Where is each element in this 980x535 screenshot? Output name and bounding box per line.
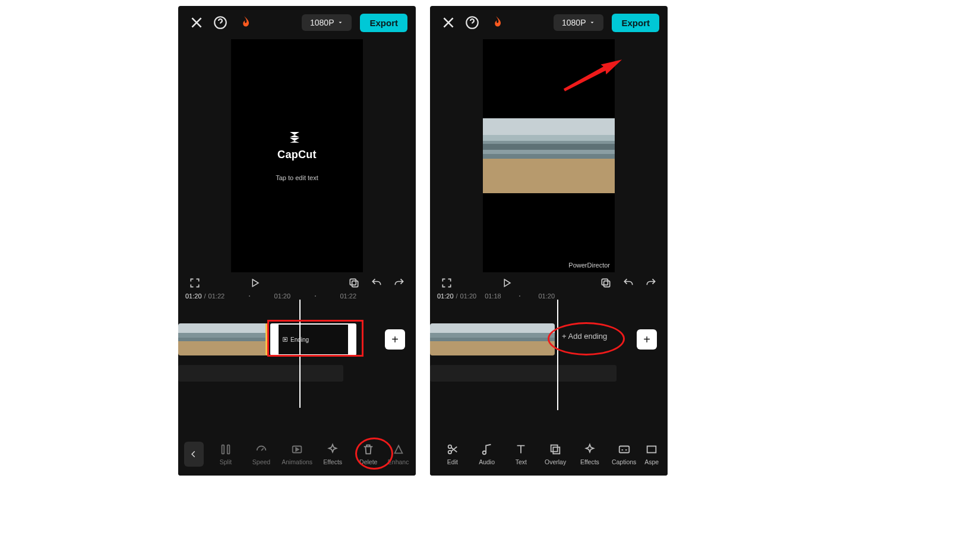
close-icon[interactable] [441, 15, 456, 30]
undo-icon[interactable] [371, 277, 382, 289]
timecode-current: 01:20 [185, 292, 202, 300]
transport-controls [430, 272, 668, 291]
svg-rect-4 [222, 445, 225, 454]
music-note-icon [480, 443, 494, 456]
tool-effects[interactable]: Effects [573, 443, 606, 465]
video-track[interactable]: + Add ending + [430, 323, 668, 355]
split-icon [219, 443, 232, 456]
svg-rect-9 [604, 281, 610, 287]
audio-track-placeholder[interactable] [430, 365, 617, 382]
tool-captions[interactable]: Captions [608, 443, 641, 465]
toolbar-back-button[interactable] [184, 442, 204, 467]
timeline[interactable]: Ending + [178, 302, 416, 415]
tool-text[interactable]: Text [505, 443, 538, 465]
timecode-total: 01:22 [208, 292, 225, 300]
tool-enhance[interactable]: Enhanc [387, 443, 410, 465]
tool-aspect[interactable]: Aspe [642, 443, 662, 465]
aspect-icon [645, 443, 658, 456]
fullscreen-icon[interactable] [441, 277, 453, 289]
capcut-logo: CapCut [277, 131, 317, 161]
play-button[interactable] [249, 278, 260, 288]
tool-animations[interactable]: Animations [280, 443, 314, 465]
tool-overlay[interactable]: Overlay [539, 443, 572, 465]
add-clip-button[interactable]: + [637, 329, 657, 350]
video-clip[interactable] [430, 323, 555, 355]
timecode-row: 01:20 / 01:20 01:18 01:20 [430, 291, 668, 302]
playhead[interactable] [299, 300, 301, 408]
add-ending-button[interactable]: + Add ending [562, 332, 607, 341]
undo-icon[interactable] [622, 277, 634, 289]
watermark-text: PowerDirector [568, 262, 610, 269]
timecode-tick: 01:20 [538, 292, 555, 300]
capcut-wordmark: CapCut [277, 149, 317, 160]
video-frame [483, 118, 615, 193]
export-button[interactable]: Export [360, 14, 407, 32]
capcut-editor-screen-left: 1080P Export CapCut Tap to edit text [178, 6, 416, 476]
flame-icon[interactable] [488, 15, 504, 30]
svg-rect-15 [647, 446, 656, 453]
timeline[interactable]: + Add ending + [430, 302, 668, 415]
tool-audio[interactable]: Audio [470, 443, 504, 465]
play-button[interactable] [501, 278, 512, 288]
bottom-toolbar: Split Speed Animations Effects Delete En… [178, 433, 416, 476]
scissors-icon [446, 443, 459, 456]
video-preview[interactable]: CapCut Tap to edit text [231, 39, 363, 272]
layers-icon[interactable] [348, 277, 360, 289]
layers-icon[interactable] [600, 277, 612, 289]
svg-rect-1 [350, 279, 356, 285]
chevron-down-icon [589, 20, 595, 26]
fullscreen-icon[interactable] [189, 277, 201, 289]
enhance-icon [392, 443, 405, 456]
svg-rect-12 [551, 445, 558, 452]
text-icon [514, 443, 527, 456]
video-preview[interactable]: PowerDirector [483, 39, 615, 272]
ending-clip[interactable]: Ending [270, 323, 356, 355]
help-icon[interactable] [213, 15, 228, 30]
top-bar: 1080P Export [430, 6, 668, 39]
capcut-editor-screen-right: 1080P Export PowerDirector [430, 6, 668, 476]
sparkle-icon [583, 443, 596, 456]
trash-icon [362, 443, 375, 456]
speedometer-icon [255, 443, 268, 456]
video-track[interactable]: Ending + [178, 323, 416, 355]
sparkle-icon [326, 443, 339, 456]
svg-rect-8 [602, 279, 608, 285]
timecode-row: 01:20 / 01:22 01:20 01:22 [178, 291, 416, 302]
timecode-tick: 01:18 [485, 292, 501, 300]
resolution-dropdown[interactable]: 1080P [554, 14, 603, 31]
timecode-tick: 01:22 [340, 292, 356, 300]
svg-rect-5 [227, 445, 230, 454]
chevron-down-icon [337, 20, 343, 26]
audio-track-placeholder[interactable] [178, 365, 343, 382]
animations-icon [290, 443, 304, 456]
help-icon[interactable] [464, 15, 480, 30]
tool-effects[interactable]: Effects [315, 443, 350, 465]
svg-rect-13 [553, 447, 559, 454]
export-button[interactable]: Export [612, 14, 659, 32]
capcut-mark-icon [277, 131, 317, 147]
tool-speed[interactable]: Speed [244, 443, 279, 465]
overlay-icon [549, 443, 562, 456]
transport-controls [178, 272, 416, 291]
preview-subtext[interactable]: Tap to edit text [276, 174, 318, 181]
redo-icon[interactable] [645, 277, 657, 289]
ending-badge-icon [282, 336, 288, 342]
tool-split[interactable]: Split [208, 443, 243, 465]
resolution-label: 1080P [310, 18, 334, 27]
redo-icon[interactable] [393, 277, 405, 289]
flame-icon[interactable] [236, 15, 252, 30]
close-icon[interactable] [189, 15, 204, 30]
tool-edit[interactable]: Edit [436, 443, 469, 465]
clip-handle-left[interactable] [271, 325, 279, 354]
resolution-dropdown[interactable]: 1080P [302, 14, 352, 31]
top-bar: 1080P Export [178, 6, 416, 39]
resolution-label: 1080P [562, 18, 586, 27]
clip-edge-handle[interactable] [265, 323, 269, 355]
playhead[interactable] [557, 300, 558, 410]
clip-handle-right[interactable] [348, 325, 355, 354]
timecode-tick: 01:20 [274, 292, 291, 300]
add-clip-button[interactable]: + [385, 329, 405, 350]
tool-delete[interactable]: Delete [351, 443, 385, 465]
video-clip[interactable] [178, 323, 267, 355]
captions-icon [618, 443, 631, 456]
